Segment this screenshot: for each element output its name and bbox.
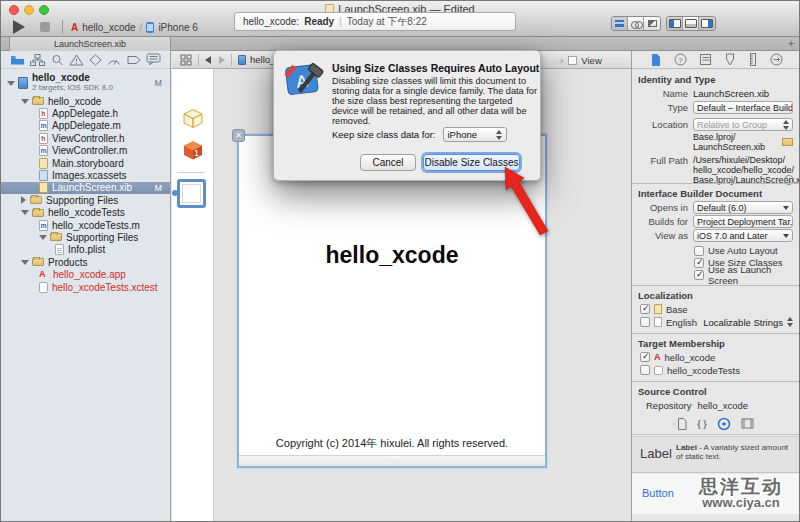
back-button[interactable] [205,56,211,64]
nav-item-project[interactable]: hello_xcode 2 targets, iOS SDK 8.0 M [1,72,170,94]
section-divider [632,183,799,184]
toggle-debug-area-button[interactable] [683,17,699,30]
tests-target-icon [654,366,663,375]
nav-item-supporting-files[interactable]: Supporting Files [1,194,170,206]
view-resize-bar[interactable] [239,455,545,466]
impl-file-icon: m [39,120,48,131]
disclosure-open-icon[interactable] [39,235,47,240]
attributes-inspector-icon[interactable] [724,53,736,66]
target-tests-checkbox[interactable] [640,365,650,375]
ib-document-section: Interface Builder Document Opens in Defa… [632,185,799,281]
jumpbar-file-icon [238,55,246,65]
version-editor-icon [648,20,657,27]
object-library-icon[interactable] [717,417,731,431]
canvas-copyright-label[interactable]: Copyright (c) 2014年 hixulei. All rights … [239,436,545,451]
file-tree: hello_xcode hAppDelegate.h mAppDelegate.… [1,95,170,293]
view-as-dropdown[interactable]: iOS 7.0 and Later [693,229,793,242]
nav-item-tests-supporting-files[interactable]: Supporting Files [1,231,170,243]
use-as-launch-screen-checkbox[interactable] [694,270,704,280]
media-library-icon[interactable] [741,418,754,429]
connections-inspector-icon[interactable] [770,53,783,66]
tab-bar: LaunchScreen.xib + [1,37,799,51]
file-type-dropdown[interactable]: Default – Interface Build... [693,101,793,114]
scheme-selector[interactable]: A hello_xcode / iPhone 6 [71,22,198,33]
reveal-folder-icon[interactable] [782,138,793,146]
nav-item-products-group[interactable]: Products [1,256,170,268]
symbol-navigator-icon[interactable] [30,54,45,66]
nav-item-info-plist[interactable]: Info.plist [1,244,170,256]
scheme-name: hello_xcode [82,22,135,33]
location-dropdown[interactable]: Relative to Group [693,118,793,131]
nav-item-xctest-product[interactable]: hello_xcodeTests.xctest [1,281,170,293]
library-item-label[interactable]: Label Label - A variably sized amount of… [632,436,799,473]
file-name-value[interactable]: LaunchScreen.xib [693,88,769,99]
section-divider [632,381,799,382]
project-navigator-icon[interactable] [10,54,25,66]
base-file-icon [654,304,662,314]
nav-item-tests-m[interactable]: mhello_xcodeTests.m [1,219,170,231]
nav-item-hello-xcode-group[interactable]: hello_xcode [1,95,170,107]
view-toggle-buttons [666,16,716,31]
view-close-icon[interactable] [232,129,245,142]
canvas-heading-label[interactable]: hello_xcode [239,242,545,269]
issue-navigator-icon[interactable] [69,54,84,66]
view-item-selected-icon[interactable] [177,179,206,208]
disclosure-open-icon[interactable] [7,81,15,86]
first-responder-icon[interactable]: 1 [182,139,204,161]
toggle-utilities-button[interactable] [699,17,715,30]
header-file-icon: h [39,133,48,144]
identity-inspector-icon[interactable] [699,53,712,66]
quick-help-icon[interactable]: ? [674,53,687,66]
run-button[interactable] [13,20,25,34]
debug-navigator-icon[interactable] [107,54,121,66]
builds-for-dropdown[interactable]: Project Deployment Tar... [693,215,793,228]
report-navigator-icon[interactable] [146,53,161,66]
nav-item-viewcontroller-m[interactable]: mViewController.m [1,145,170,157]
nav-item-images-xcassets[interactable]: Images.xcassets [1,169,170,181]
find-navigator-icon[interactable] [51,54,64,66]
disclosure-closed-icon[interactable] [21,196,26,204]
nav-item-appdelegate-m[interactable]: mAppDelegate.m [1,120,170,132]
disclosure-open-icon[interactable] [21,210,29,215]
nav-item-launchscreen-xib[interactable]: LaunchScreen.xibM [1,182,170,194]
file-template-library-icon[interactable] [677,418,687,430]
english-localization-checkbox[interactable] [640,317,650,327]
version-editor-button[interactable] [644,17,660,30]
related-items-icon[interactable] [180,54,192,66]
test-navigator-icon[interactable] [89,54,102,66]
files-owner-icon[interactable] [179,105,207,133]
zoom-window-button[interactable] [39,5,49,15]
nav-item-tests-group[interactable]: hello_xcodeTests [1,207,170,219]
toggle-navigator-button[interactable] [667,17,683,30]
standard-editor-button[interactable] [612,17,628,30]
section-header: Source Control [632,383,799,399]
jumpbar-view-item[interactable]: View [581,55,601,66]
target-app-checkbox[interactable] [640,352,650,362]
nav-item-viewcontroller-h[interactable]: hViewController.h [1,132,170,144]
debug-panel-icon [685,19,697,28]
code-snippet-library-icon[interactable]: { } [697,419,707,429]
cancel-button[interactable]: Cancel [360,154,416,171]
size-inspector-icon[interactable] [748,53,758,66]
add-tab-button[interactable]: + [788,38,794,49]
stop-button[interactable] [40,22,50,32]
section-divider [632,333,799,334]
base-localization-checkbox[interactable] [640,304,650,314]
disclosure-open-icon[interactable] [21,260,29,265]
localizable-strings-dropdown[interactable]: Localizable Strings [703,317,793,328]
nav-item-appdelegate-h[interactable]: hAppDelegate.h [1,107,170,119]
assistant-editor-button[interactable] [628,17,644,30]
forward-button[interactable] [219,56,225,64]
nav-item-main-storyboard[interactable]: Main.storyboard [1,157,170,169]
nav-item-app-product[interactable]: Ahello_xcode.app [1,268,170,280]
opens-in-dropdown[interactable]: Default (6.0) [693,201,793,214]
device-family-dropdown[interactable]: iPhone [443,127,507,142]
file-inspector-icon[interactable] [649,53,662,67]
disclosure-open-icon[interactable] [21,99,29,104]
close-window-button[interactable] [9,5,19,15]
minimize-window-button[interactable] [24,5,34,15]
breakpoint-navigator-icon[interactable] [127,54,141,66]
tab-launchscreen[interactable]: LaunchScreen.xib [9,37,171,51]
use-auto-layout-checkbox[interactable] [694,246,704,256]
use-size-classes-checkbox[interactable] [694,258,704,268]
